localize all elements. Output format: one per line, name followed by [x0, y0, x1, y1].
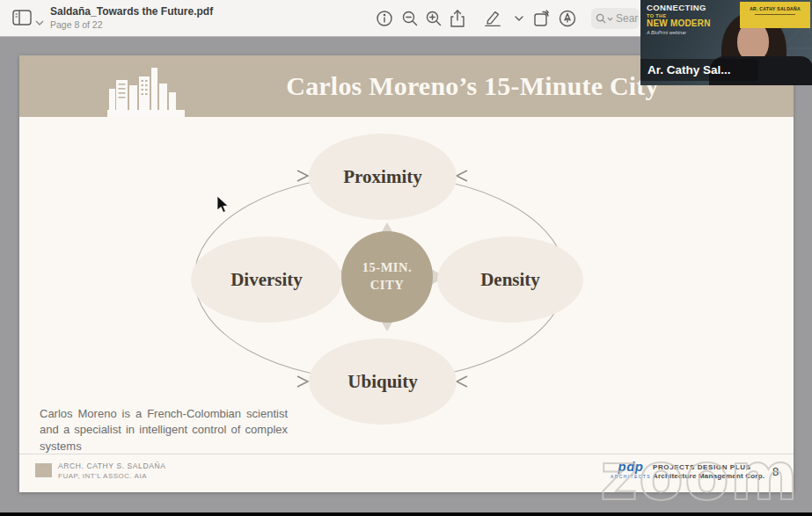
highlight-icon[interactable]	[557, 8, 578, 29]
pdp-logo-word: pdp	[611, 460, 651, 473]
pdf-page: Carlos Moreno’s 15-Minute City Proximity…	[19, 55, 794, 492]
name-card-rule	[755, 14, 795, 15]
company-line1: PROJECTS DESIGN PLUS	[653, 463, 764, 471]
document-title-block: Saldaña_Towards the Future.pdf Page 8 of…	[50, 5, 213, 30]
zoom-out-icon[interactable]	[399, 8, 421, 29]
markup-pencil-icon[interactable]	[482, 8, 503, 29]
info-icon[interactable]	[374, 8, 395, 29]
footer-divider	[19, 454, 794, 454]
page-indicator: Page 8 of 22	[50, 19, 213, 30]
markup-chevron-icon[interactable]	[508, 8, 530, 29]
node-label: Ubiquity	[347, 371, 417, 393]
diagram-node-proximity: Proximity	[309, 134, 457, 220]
participant-name-bar: Ar. Cathy Sal...	[640, 59, 758, 81]
headline-sub: A BluPrint webinar	[647, 31, 711, 36]
node-label: Density	[480, 269, 540, 291]
headline-line3: NEW MODERN	[647, 19, 711, 29]
participant-name: Ar. Cathy Sal...	[647, 63, 731, 76]
name-card-text: AR. CATHY SALDAÑA	[740, 6, 810, 11]
letterbox-strip	[0, 512, 812, 516]
webinar-headline: CONNECTING TO THE NEW MODERN A BluPrint …	[647, 4, 711, 36]
company-line2: Architecture Management Corp.	[653, 472, 764, 480]
pdp-logo-sub: ARCHITECTS	[611, 474, 651, 479]
node-label: Proximity	[343, 166, 421, 188]
center-label-line1: 15-MIN.	[362, 259, 412, 277]
search-chevron-icon	[607, 16, 613, 22]
author-name: ARCH. CATHY S. SALDAÑA	[58, 461, 165, 470]
pdp-logo: pdp ARCHITECTS	[611, 460, 651, 479]
diagram-center-circle: 15-MIN. CITY	[341, 231, 433, 323]
share-icon[interactable]	[447, 8, 468, 29]
slide-body-text: Carlos Moreno is a French-Colombian scie…	[40, 406, 288, 454]
headline-line1: CONNECTING	[647, 4, 711, 12]
diagram-node-ubiquity: Ubiquity	[309, 338, 457, 425]
footer-color-swatch	[35, 463, 52, 477]
zoom-in-icon[interactable]	[423, 8, 444, 29]
speaker-name-card: AR. CATHY SALDAÑA	[740, 2, 810, 28]
search-icon	[596, 13, 607, 25]
pdp-company-block: PROJECTS DESIGN PLUS Architecture Manage…	[653, 463, 764, 480]
diagram-node-density: Density	[437, 236, 583, 323]
author-title: FUAP, INT'L ASSOC. AIA	[58, 472, 165, 480]
rotate-icon[interactable]	[531, 8, 552, 29]
search-placeholder: Search	[616, 12, 639, 25]
search-input[interactable]: Search	[591, 8, 639, 29]
sidebar-toggle-button[interactable]	[12, 10, 32, 25]
slide-page-number: 8	[772, 465, 779, 478]
sidebar-chevron-icon[interactable]	[35, 14, 44, 21]
webcam-overlay[interactable]: CONNECTING TO THE NEW MODERN A BluPrint …	[640, 0, 812, 85]
document-title: Saldaña_Towards the Future.pdf	[50, 5, 213, 18]
center-label-line2: CITY	[370, 277, 404, 294]
diagram-node-diversity: Diversity	[191, 236, 342, 323]
node-label: Diversity	[230, 269, 303, 291]
screen: Saldaña_Towards the Future.pdf Page 8 of…	[0, 0, 812, 516]
footer-author-block: ARCH. CATHY S. SALDAÑA FUAP, INT'L ASSOC…	[58, 461, 165, 480]
